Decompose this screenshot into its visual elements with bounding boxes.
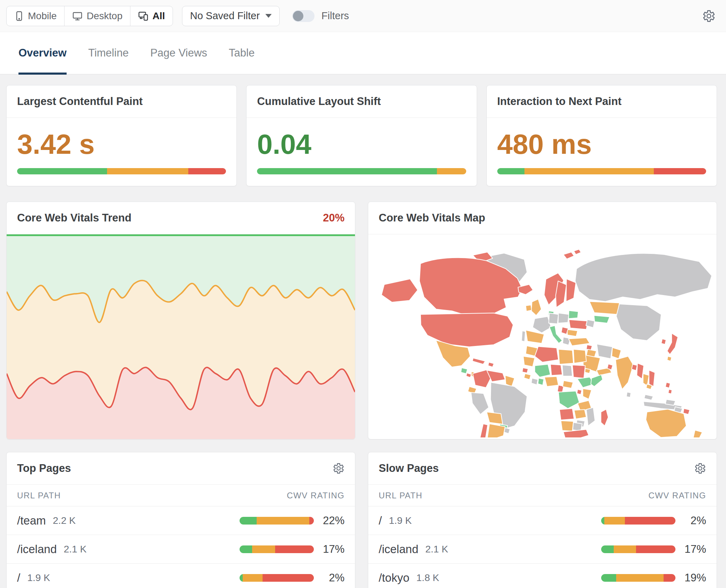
metric-value: 3.42 s (7, 118, 236, 158)
url-path: /team (17, 514, 46, 527)
table-settings-gear-icon[interactable] (694, 462, 706, 474)
tab-table[interactable]: Table (229, 32, 255, 74)
country-mali[interactable] (535, 364, 551, 377)
country-ghana[interactable] (538, 378, 544, 385)
country-madagascar[interactable] (601, 409, 608, 426)
country-malaysia[interactable] (644, 394, 653, 400)
device-segment-mobile[interactable]: Mobile (7, 6, 65, 26)
country-philippines[interactable] (665, 382, 670, 388)
device-segment-all[interactable]: All (130, 6, 173, 26)
url-path: / (17, 571, 20, 585)
country-mozambique[interactable] (586, 407, 595, 426)
tables-row: Top Pages URL PATH CWV RATING /team 2.2 … (6, 452, 717, 588)
saved-filter-dropdown[interactable]: No Saved Filter (182, 6, 280, 26)
country-eritrea[interactable] (585, 368, 590, 373)
country-romania[interactable] (567, 330, 577, 337)
country-philippines[interactable] (668, 389, 672, 394)
country-cuba[interactable] (472, 358, 485, 364)
country-korea[interactable] (661, 339, 666, 344)
table-row[interactable]: / 1.9 K 2% (7, 564, 355, 588)
country-sri-lanka[interactable] (626, 392, 631, 397)
country-usa[interactable] (421, 313, 513, 347)
country-finland[interactable] (566, 279, 576, 302)
country-peru[interactable] (471, 392, 489, 414)
country-ukraine[interactable] (569, 320, 588, 330)
country-belarus[interactable] (568, 311, 578, 319)
country-central-african-rep[interactable] (562, 380, 573, 388)
country-chad[interactable] (562, 365, 572, 376)
slow-pages-card: Slow Pages URL PATH CWV RATING / 1.9 K 2… (368, 452, 717, 588)
country-zambia[interactable] (574, 409, 586, 419)
country-japan-south[interactable] (667, 356, 672, 361)
country-italy[interactable] (549, 326, 562, 344)
country-hispaniola[interactable] (488, 362, 494, 367)
metric-cards-row: Largest Contentful Paint 3.42 s Cumulati… (6, 85, 717, 186)
country-uzbekistan[interactable] (594, 316, 610, 323)
country-namibia[interactable] (561, 421, 573, 431)
country-iran[interactable] (597, 344, 612, 359)
trend-chart[interactable] (7, 234, 355, 439)
country-libya[interactable] (558, 349, 573, 364)
table-row[interactable]: /team 2.2 K 22% (7, 506, 355, 535)
country-portugal[interactable] (522, 331, 525, 342)
country-kazakhstan[interactable] (589, 302, 619, 315)
country-india[interactable] (615, 356, 633, 389)
filters-toggle[interactable] (292, 10, 315, 22)
country-algeria[interactable] (535, 346, 559, 362)
country-somalia[interactable] (591, 375, 603, 386)
url-path: /iceland (17, 543, 57, 556)
country-png-east[interactable] (683, 408, 690, 414)
country-russia[interactable] (575, 254, 712, 302)
country-bolivia[interactable] (487, 412, 503, 424)
country-alaska[interactable] (381, 279, 418, 302)
table-row[interactable]: / 1.9 K 2% (368, 506, 717, 535)
country-germany[interactable] (549, 313, 558, 324)
country-el-salvador[interactable] (466, 373, 471, 377)
country-indonesia[interactable] (665, 399, 675, 405)
country-angola[interactable] (559, 408, 574, 420)
country-argentina[interactable] (487, 424, 505, 438)
table-row[interactable]: /iceland 2.1 K 17% (368, 535, 717, 564)
country-poland[interactable] (558, 313, 569, 323)
country-ivory-coast[interactable] (531, 378, 538, 385)
country-china[interactable] (616, 304, 661, 341)
country-vietnam[interactable] (649, 370, 655, 386)
country-nigeria[interactable] (544, 376, 558, 386)
country-japan[interactable] (667, 333, 678, 355)
tab-timeline[interactable]: Timeline (88, 32, 129, 74)
country-ireland[interactable] (526, 305, 532, 311)
country-france[interactable] (533, 317, 551, 333)
country-guatemala[interactable] (461, 368, 468, 374)
country-niger[interactable] (550, 364, 562, 375)
table-row[interactable]: /iceland 2.1 K 17% (7, 535, 355, 564)
country-uganda[interactable] (577, 389, 582, 394)
country-uruguay[interactable] (504, 428, 510, 434)
tab-page-views[interactable]: Page Views (150, 32, 207, 74)
country-uk[interactable] (531, 299, 542, 316)
cwv-distribution-bar (240, 545, 314, 553)
country-kenya[interactable] (583, 389, 591, 399)
country-sudan[interactable] (572, 365, 585, 378)
country-egypt[interactable] (573, 349, 586, 363)
country-svalbard[interactable] (574, 249, 581, 255)
country-drc[interactable] (558, 391, 579, 408)
country-senegal[interactable] (522, 368, 528, 373)
country-thailand[interactable] (643, 374, 649, 386)
country-sweden[interactable] (555, 281, 566, 308)
country-pakistan[interactable] (612, 347, 621, 359)
country-new-zealand[interactable] (693, 430, 702, 438)
country-guinea[interactable] (524, 374, 531, 379)
metric-title: Interaction to Next Paint (497, 95, 622, 108)
country-bangladesh[interactable] (632, 364, 637, 370)
country-chile[interactable] (480, 424, 488, 438)
country-turkey[interactable] (568, 338, 590, 346)
tab-overview[interactable]: Overview (18, 32, 67, 74)
table-settings-gear-icon[interactable] (333, 462, 345, 474)
country-svalbard[interactable] (563, 252, 574, 259)
settings-gear-icon[interactable] (702, 9, 716, 23)
device-segment-desktop[interactable]: Desktop (65, 6, 130, 26)
country-mauritania[interactable] (523, 356, 535, 367)
country-australia[interactable] (646, 409, 686, 437)
table-row[interactable]: /tokyo 1.8 K 19% (368, 564, 717, 588)
country-oman[interactable] (607, 364, 613, 370)
